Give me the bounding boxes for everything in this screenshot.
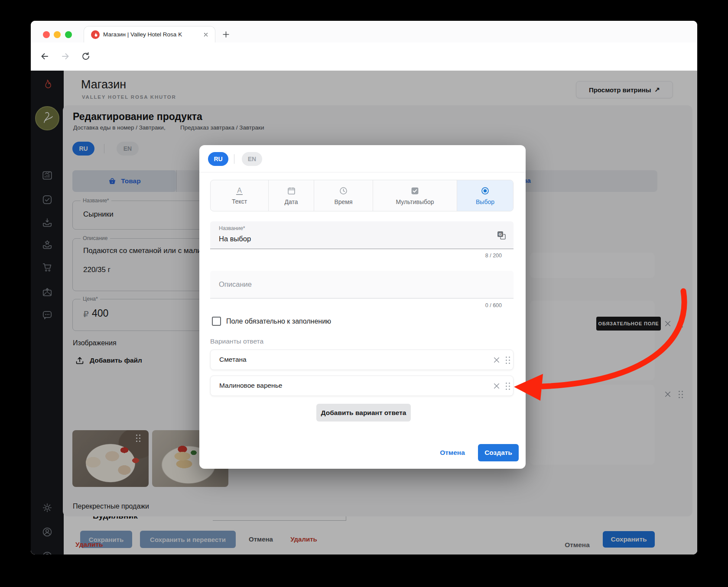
description-char-counter: 0 / 600 <box>485 302 502 308</box>
field-name-input[interactable]: Название* На выбор G <box>210 221 514 249</box>
option-text[interactable]: Сметана <box>219 356 247 363</box>
field-description-placeholder: Описание <box>219 280 252 289</box>
remove-option-icon[interactable] <box>493 356 500 364</box>
tab-title: Магазин | Valley Hotel Rosa K <box>103 31 188 39</box>
mac-zoom-button[interactable] <box>65 31 72 38</box>
options-section-label: Варианты ответа <box>210 337 263 345</box>
answer-option-row: Малиновое варенье <box>210 376 514 396</box>
modal-lang-divider <box>234 154 234 164</box>
field-description-input[interactable]: Описание <box>210 271 514 298</box>
tab-close-icon[interactable] <box>203 32 209 38</box>
name-char-counter: 8 / 200 <box>485 253 502 259</box>
calendar-icon <box>287 186 296 195</box>
mac-minimize-button[interactable] <box>54 31 61 38</box>
checkbox-checked-icon <box>410 186 419 195</box>
tab-multiselect[interactable]: Мультивыбор <box>373 180 457 211</box>
browser-window: Магазин | Valley Hotel Rosa K my.hotbot.… <box>31 21 697 555</box>
option-drag-handle-icon[interactable] <box>506 357 510 364</box>
new-tab-icon[interactable] <box>222 30 230 39</box>
radio-selected-icon <box>481 186 490 195</box>
modal-lang-en-label: EN <box>248 156 256 162</box>
option-drag-handle-icon[interactable] <box>506 383 510 390</box>
mac-close-button[interactable] <box>43 31 50 38</box>
required-checkbox[interactable] <box>212 317 221 326</box>
tab-time-label: Время <box>334 198 352 205</box>
reload-icon[interactable] <box>81 51 91 62</box>
tab-multiselect-label: Мультивыбор <box>396 198 434 205</box>
field-name-value: На выбор <box>219 235 251 243</box>
back-icon[interactable] <box>39 51 50 62</box>
browser-tab[interactable]: Магазин | Valley Hotel Rosa K <box>84 26 215 43</box>
answer-option-row: Сметана <box>210 350 514 370</box>
field-editor-modal: RU EN A Текст Дата Время Мультивыбор <box>199 145 526 469</box>
modal-create-button[interactable]: Создать <box>478 444 519 461</box>
option-text[interactable]: Малиновое варенье <box>219 382 282 389</box>
browser-tab-strip: Магазин | Valley Hotel Rosa K <box>31 21 697 42</box>
modal-lang-en-toggle[interactable]: EN <box>242 152 262 166</box>
remove-option-icon[interactable] <box>493 382 500 390</box>
add-option-label: Добавить вариант ответа <box>321 409 406 417</box>
tab-date[interactable]: Дата <box>268 180 314 211</box>
translate-icon[interactable]: G <box>496 230 507 240</box>
modal-create-label: Создать <box>484 449 512 457</box>
tab-select-label: Выбор <box>476 198 494 205</box>
required-checkbox-label: Поле обязательно к заполнению <box>226 318 331 325</box>
tab-text-label: Текст <box>232 198 247 205</box>
text-type-icon: A <box>236 187 243 195</box>
modal-cancel-button[interactable]: Отмена <box>439 449 466 457</box>
forward-icon[interactable] <box>60 51 71 62</box>
svg-text:G: G <box>499 232 502 237</box>
tab-select[interactable]: Выбор <box>457 180 513 211</box>
field-name-label: Название* <box>219 225 245 231</box>
tab-date-label: Дата <box>284 198 298 205</box>
add-option-button[interactable]: Добавить вариант ответа <box>316 404 411 422</box>
site-favicon-flame-icon <box>91 30 100 39</box>
modal-lang-ru-toggle[interactable]: RU <box>208 152 228 166</box>
field-type-tabs: A Текст Дата Время Мультивыбор Выбор <box>210 180 514 211</box>
browser-toolbar: my.hotbot.ai/properties/66acc810bb540200… <box>31 42 697 71</box>
modal-lang-ru-label: RU <box>214 156 222 162</box>
tab-time[interactable]: Время <box>314 180 373 211</box>
modal-header-divider <box>199 172 526 172</box>
clock-icon <box>339 186 348 195</box>
tab-text[interactable]: A Текст <box>211 180 268 211</box>
